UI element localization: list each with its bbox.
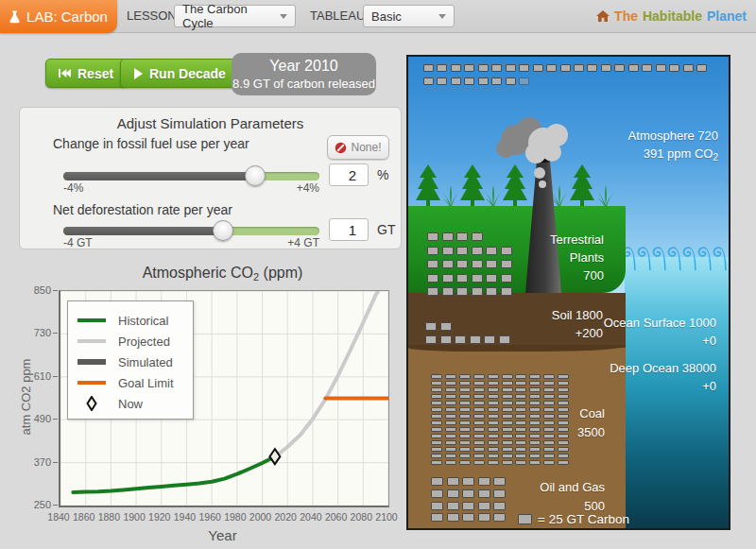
- now-diamond-icon: [77, 396, 106, 411]
- parameters-title: Adjust Simulation Parameters: [20, 115, 401, 131]
- fossil-value-input[interactable]: [329, 163, 369, 186]
- fossil-min-label: -4%: [63, 181, 83, 195]
- home-icon: [596, 10, 610, 22]
- lab-tab[interactable]: LAB: Carbon: [0, 0, 117, 33]
- chart-y-axis-title: atm CO2 ppm: [19, 359, 33, 436]
- run-decade-button[interactable]: Run Decade: [120, 59, 239, 88]
- skip-back-icon: [59, 68, 71, 78]
- carbon-released-label: 8.9 GT of carbon released: [232, 77, 376, 91]
- goal-limit-line-swatch: [77, 381, 106, 385]
- oil-and-gas-label: Oil and Gas500: [520, 478, 605, 516]
- chart-title: Atmospheric CO2 (ppm): [59, 265, 387, 283]
- chevron-down-icon: [280, 14, 287, 19]
- ocean-surface-label: Ocean Surface 1000+0: [604, 314, 716, 350]
- projected-line-swatch: [77, 339, 106, 343]
- none-button[interactable]: None!: [327, 135, 389, 160]
- reset-button[interactable]: Reset: [45, 59, 127, 88]
- deforestation-min-label: -4 GT: [63, 236, 93, 249]
- legend-row-projected: Projected: [68, 331, 193, 352]
- coal-label: Coal3500: [541, 404, 605, 442]
- deforestation-value-input[interactable]: [329, 218, 369, 241]
- deforestation-max-label: +4 GT: [263, 236, 319, 249]
- terrestrial-plants-label: TerrestrialPlants700: [519, 231, 604, 284]
- brick-legend: = 25 GT Carbon: [518, 512, 629, 526]
- carbon-cycle-diagram: Atmosphere 720 391 ppm CO2 TerrestrialPl…: [406, 55, 730, 530]
- chart-legend: Historical Projected Simulated Goal Limi…: [67, 300, 194, 420]
- fossil-max-label: +4%: [263, 181, 319, 195]
- deforestation-slider-handle[interactable]: [213, 220, 233, 241]
- ocean-waves-icon: [622, 244, 729, 272]
- run-decade-button-label: Run Decade: [149, 66, 226, 81]
- legend-row-now: Now: [68, 393, 193, 414]
- simulation-parameters-panel: Adjust Simulation Parameters Change in f…: [19, 107, 402, 249]
- brick-legend-icon: [518, 514, 532, 524]
- brick-legend-label: = 25 GT Carbon: [538, 512, 629, 526]
- fossil-unit-label: %: [377, 167, 388, 182]
- year-label: Year 2010: [232, 58, 376, 75]
- fossil-slider-fill: [63, 172, 255, 180]
- deep-ocean-label: Deep Ocean 38000+0: [610, 359, 716, 395]
- tableau-dropdown[interactable]: Basic: [363, 5, 455, 27]
- ban-icon: [335, 142, 347, 154]
- brand-the: The: [614, 9, 638, 24]
- brand-habitable: Habitable: [643, 9, 702, 24]
- lab-tab-label: LAB: Carbon: [26, 9, 108, 25]
- lesson-value: The Carbon Cycle: [182, 2, 272, 30]
- atmosphere-label: Atmosphere 720 391 ppm CO2: [628, 127, 718, 166]
- reset-button-label: Reset: [77, 66, 113, 81]
- fossil-fuel-label: Change in fossil fuel use per year: [53, 136, 249, 151]
- app-root: LAB: Carbon LESSON: The Carbon Cycle TAB…: [0, 0, 756, 549]
- tableau-label: TABLEAU:: [310, 0, 369, 32]
- simulated-line-swatch: [77, 359, 106, 365]
- year-status-box: Year 2010 8.9 GT of carbon released: [232, 53, 376, 95]
- none-button-label: None!: [351, 141, 381, 154]
- chevron-down-icon: [438, 14, 446, 19]
- chart-x-axis-title: Year: [59, 527, 387, 543]
- play-icon: [133, 68, 143, 79]
- brand-planet: Planet: [707, 9, 747, 24]
- lesson-dropdown[interactable]: The Carbon Cycle: [174, 5, 296, 27]
- legend-row-goal-limit: Goal Limit: [68, 372, 193, 393]
- legend-row-historical: Historical: [68, 310, 193, 331]
- deforestation-slider-fill: [63, 227, 223, 235]
- legend-row-simulated: Simulated: [68, 352, 193, 372]
- deforestation-label: Net deforestation rate per year: [53, 202, 232, 217]
- habitable-planet-home-link[interactable]: The Habitable Planet: [596, 0, 747, 32]
- smoke-icon: [496, 117, 568, 188]
- top-bar: LAB: Carbon LESSON: The Carbon Cycle TAB…: [0, 0, 756, 33]
- soil-label: Soil 1800+200: [503, 306, 603, 342]
- lesson-label: LESSON:: [127, 0, 180, 32]
- tableau-value: Basic: [371, 9, 402, 24]
- deforestation-unit-label: GT: [377, 222, 395, 237]
- flask-icon: [9, 10, 20, 24]
- historical-line-swatch: [77, 318, 106, 322]
